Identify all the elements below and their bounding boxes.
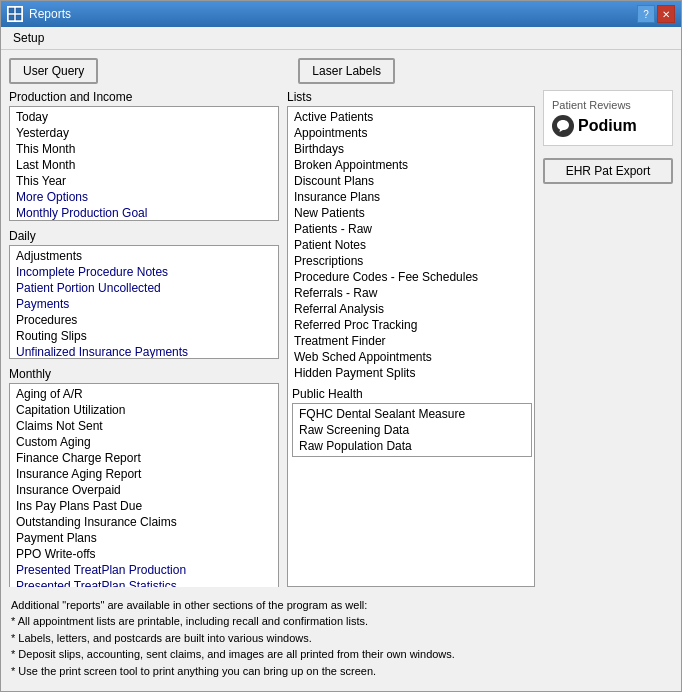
list-item[interactable]: FQHC Dental Sealant Measure (295, 406, 529, 422)
far-right-column: Patient Reviews Podium EHR Pat Export (543, 90, 673, 587)
svg-rect-1 (16, 8, 21, 13)
list-item[interactable]: Birthdays (290, 141, 532, 157)
list-item[interactable]: Custom Aging (12, 434, 276, 450)
right-side: Lists Active Patients Appointments Birth… (287, 90, 673, 587)
bottom-line-1: Additional "reports" are available in ot… (11, 597, 671, 614)
list-item[interactable]: Procedure Codes - Fee Schedules (290, 269, 532, 285)
list-item[interactable]: Monthly Production Goal (12, 205, 276, 221)
production-income-list: Today Yesterday This Month Last Month Th… (9, 106, 279, 221)
patient-reviews-box: Patient Reviews Podium (543, 90, 673, 146)
list-item[interactable]: Presented TreatPlan Statistics (12, 578, 276, 587)
list-item[interactable]: Insurance Plans (290, 189, 532, 205)
patient-reviews-label: Patient Reviews (552, 99, 631, 111)
lists-label: Lists (287, 90, 535, 104)
list-item[interactable]: Capitation Utilization (12, 402, 276, 418)
user-query-button[interactable]: User Query (9, 58, 98, 84)
svg-rect-0 (9, 8, 14, 13)
public-health-section: Public Health FQHC Dental Sealant Measur… (290, 387, 532, 457)
window-title: Reports (29, 7, 71, 21)
left-column: Production and Income Today Yesterday Th… (9, 90, 279, 587)
main-area: Production and Income Today Yesterday Th… (9, 90, 673, 587)
list-item[interactable]: Broken Appointments (290, 157, 532, 173)
app-icon (7, 6, 23, 22)
monthly-label: Monthly (9, 367, 279, 381)
list-item[interactable]: Patient Notes (290, 237, 532, 253)
list-item[interactable]: Insurance Overpaid (12, 482, 276, 498)
lists-items: Active Patients Appointments Birthdays B… (290, 109, 532, 381)
list-item[interactable]: Raw Screening Data (295, 422, 529, 438)
list-item[interactable]: Raw Population Data (295, 438, 529, 454)
list-item[interactable]: Patients - Raw (290, 221, 532, 237)
svg-rect-2 (9, 15, 14, 20)
daily-label: Daily (9, 229, 279, 243)
list-item[interactable]: Finance Charge Report (12, 450, 276, 466)
monthly-section: Monthly Aging of A/R Capitation Utilizat… (9, 367, 279, 587)
lists-container: Active Patients Appointments Birthdays B… (287, 106, 535, 587)
list-item[interactable]: Routing Slips (12, 328, 276, 344)
list-item[interactable]: Prescriptions (290, 253, 532, 269)
list-item[interactable]: Incomplete Procedure Notes (12, 264, 276, 280)
menu-bar: Setup (1, 27, 681, 50)
list-item[interactable]: Patient Portion Uncollected (12, 280, 276, 296)
podium-text: Podium (578, 117, 637, 135)
lists-column: Lists Active Patients Appointments Birth… (287, 90, 535, 587)
reports-window: Reports ? ✕ Setup User Query Laser Label… (0, 0, 682, 692)
title-bar: Reports ? ✕ (1, 1, 681, 27)
list-item[interactable]: Presented TreatPlan Production (12, 562, 276, 578)
title-bar-left: Reports (7, 6, 71, 22)
public-health-label: Public Health (292, 387, 532, 403)
list-item[interactable]: Adjustments (12, 248, 276, 264)
list-item[interactable]: This Month (12, 141, 276, 157)
content-area: User Query Laser Labels Production and I… (1, 50, 681, 691)
svg-rect-3 (16, 15, 21, 20)
setup-menu[interactable]: Setup (9, 29, 48, 47)
podium-logo: Podium (552, 115, 637, 137)
bottom-line-2: * All appointment lists are printable, i… (11, 613, 671, 630)
title-bar-controls: ? ✕ (637, 5, 675, 23)
list-item[interactable]: Last Month (12, 157, 276, 173)
list-item[interactable]: Discount Plans (290, 173, 532, 189)
monthly-list: Aging of A/R Capitation Utilization Clai… (9, 383, 279, 587)
list-item[interactable]: Outstanding Insurance Claims (12, 514, 276, 530)
list-item[interactable]: Payments (12, 296, 276, 312)
bottom-line-3: * Labels, letters, and postcards are bui… (11, 630, 671, 647)
list-item[interactable]: Procedures (12, 312, 276, 328)
bottom-line-5: * Use the print screen tool to print any… (11, 663, 671, 680)
list-item[interactable]: New Patients (290, 205, 532, 221)
list-item[interactable]: Referred Proc Tracking (290, 317, 532, 333)
list-item[interactable]: Ins Pay Plans Past Due (12, 498, 276, 514)
list-item[interactable]: Insurance Aging Report (12, 466, 276, 482)
list-item[interactable]: Today (12, 109, 276, 125)
ehr-pat-export-button[interactable]: EHR Pat Export (543, 158, 673, 184)
close-button[interactable]: ✕ (657, 5, 675, 23)
list-item[interactable]: Referrals - Raw (290, 285, 532, 301)
daily-list: Adjustments Incomplete Procedure Notes P… (9, 245, 279, 359)
top-buttons-row: User Query Laser Labels (9, 58, 673, 84)
list-item[interactable]: Treatment Finder (290, 333, 532, 349)
list-item[interactable]: Web Sched Appointments (290, 349, 532, 365)
bottom-line-4: * Deposit slips, accounting, sent claims… (11, 646, 671, 663)
list-item[interactable]: Active Patients (290, 109, 532, 125)
list-item[interactable]: Payment Plans (12, 530, 276, 546)
list-item[interactable]: Yesterday (12, 125, 276, 141)
daily-section: Daily Adjustments Incomplete Procedure N… (9, 229, 279, 359)
production-income-label: Production and Income (9, 90, 279, 104)
production-income-section: Production and Income Today Yesterday Th… (9, 90, 279, 221)
laser-labels-button[interactable]: Laser Labels (298, 58, 395, 84)
list-item[interactable]: More Options (12, 189, 276, 205)
bottom-text: Additional "reports" are available in ot… (9, 593, 673, 684)
list-item[interactable]: Referral Analysis (290, 301, 532, 317)
list-item[interactable]: Unfinalized Insurance Payments (12, 344, 276, 359)
help-button[interactable]: ? (637, 5, 655, 23)
podium-icon (552, 115, 574, 137)
list-item[interactable]: PPO Write-offs (12, 546, 276, 562)
list-item[interactable]: Aging of A/R (12, 386, 276, 402)
list-item[interactable]: Appointments (290, 125, 532, 141)
list-item[interactable]: Hidden Payment Splits (290, 365, 532, 381)
list-item[interactable]: Claims Not Sent (12, 418, 276, 434)
public-health-list: FQHC Dental Sealant Measure Raw Screenin… (292, 403, 532, 457)
list-item[interactable]: This Year (12, 173, 276, 189)
